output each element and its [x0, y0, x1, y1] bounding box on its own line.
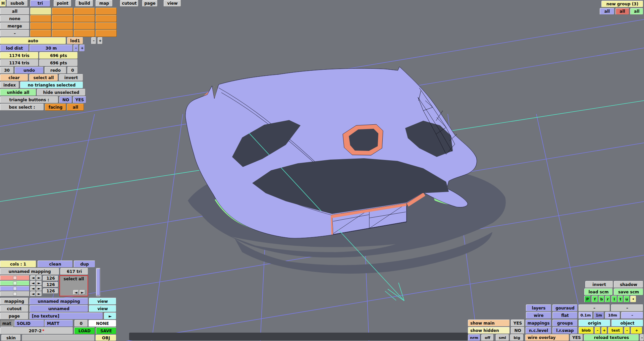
show-main-yes[interactable]: YES	[511, 320, 525, 327]
mat-matt-button[interactable]: MATT	[45, 320, 73, 327]
mapping-name-button[interactable]: unnamed mapping	[0, 268, 59, 275]
box-select-facing[interactable]: facing	[45, 104, 66, 111]
arrow-left-button[interactable]: ◄	[30, 281, 36, 286]
mapping-view-button[interactable]: view	[89, 298, 116, 305]
flat-button[interactable]: flat	[552, 312, 578, 319]
index-button[interactable]: index	[0, 81, 19, 89]
slider-red[interactable]	[0, 275, 30, 280]
row-none-button[interactable]: none	[0, 15, 30, 22]
value-green[interactable]: 126	[43, 282, 58, 287]
snap-dash-button[interactable]: –	[621, 312, 643, 319]
arrow-right-button[interactable]: ►	[36, 275, 42, 280]
mapping-value[interactable]: unnamed mapping	[30, 298, 88, 305]
invert-button[interactable]: invert	[59, 74, 83, 81]
skin-button[interactable]: skin	[1, 335, 21, 341]
auto-button[interactable]: auto	[0, 37, 66, 44]
arrow-right-button[interactable]: ►	[79, 290, 85, 295]
nrm-button[interactable]: nrm	[468, 334, 480, 341]
cutout-value[interactable]: unnamed	[30, 305, 88, 312]
value-blue[interactable]: 126	[43, 288, 58, 294]
grid-cell[interactable]	[74, 15, 95, 22]
flag-f-button[interactable]: f	[592, 296, 598, 302]
lod-dist-minus-button[interactable]: –	[73, 45, 78, 52]
object-button[interactable]: object	[611, 320, 643, 327]
undo-button[interactable]: undo	[15, 67, 44, 74]
grid-cell[interactable]	[30, 15, 51, 22]
groups-button[interactable]: groups	[552, 320, 578, 327]
menu-view[interactable]: view	[164, 0, 181, 7]
redo-button[interactable]: redo	[45, 67, 66, 74]
grid-cell[interactable]	[30, 30, 51, 37]
end-dash-button[interactable]: –	[640, 334, 644, 341]
wire-overlay-yes[interactable]: YES	[570, 334, 583, 341]
cutout-view-button[interactable]: view	[89, 305, 116, 312]
triangle-buttons-no[interactable]: NO	[59, 96, 72, 103]
slider-green[interactable]	[0, 281, 30, 286]
color-scrollbar-thumb[interactable]	[96, 269, 100, 295]
arrow-left-button[interactable]: ◄	[30, 286, 36, 291]
grid-cell[interactable]	[96, 30, 117, 37]
menu-cutout[interactable]: cutout	[120, 0, 139, 7]
new-group-button[interactable]: new group (3)	[601, 1, 643, 7]
flag-l-button[interactable]: l	[611, 296, 617, 302]
dash-button[interactable]: –	[579, 304, 610, 311]
arrow-left-button[interactable]: ◄	[30, 291, 36, 296]
flag-dot-button[interactable]: •	[630, 296, 636, 302]
nrm-big-button[interactable]: big	[510, 334, 524, 341]
grid-cell[interactable]	[96, 22, 117, 30]
color-select-all-box[interactable]: select all ◄ ►	[59, 275, 88, 296]
arrow-right-button[interactable]: ►	[36, 291, 42, 296]
triangle-buttons-yes[interactable]: YES	[73, 96, 86, 103]
arrow-left-button[interactable]: ◄	[73, 290, 79, 295]
flag-r-button[interactable]: r	[605, 296, 610, 302]
mat-none-button[interactable]: NONE	[89, 320, 116, 327]
color-scrollbar[interactable]	[96, 268, 100, 296]
grid-cell[interactable]	[74, 8, 95, 15]
bottom-scrollbar[interactable]	[129, 333, 468, 340]
load-button[interactable]: LOAD	[74, 327, 95, 334]
load-scm-button[interactable]: load scm	[584, 288, 613, 295]
row-merge-button[interactable]: merge	[0, 22, 30, 30]
nrm-sml-button[interactable]: sml	[496, 334, 509, 341]
menu-subob[interactable]: subob	[7, 0, 28, 7]
clean-button[interactable]: clean	[38, 261, 73, 268]
grid-cell[interactable]	[74, 30, 95, 37]
menu-point[interactable]: point	[54, 0, 71, 7]
show-main-button[interactable]: show main	[468, 320, 510, 327]
mappings-button[interactable]: mappings	[526, 320, 551, 327]
menu-build[interactable]: build	[75, 0, 93, 7]
text-minus-button[interactable]: –	[624, 327, 630, 334]
menu-h[interactable]: H	[0, 0, 6, 7]
text-button[interactable]: text	[608, 327, 623, 334]
lod-plus-button[interactable]: +	[98, 37, 103, 44]
page-next-icon[interactable]: ►	[104, 312, 116, 320]
text-plus-button[interactable]: +	[631, 327, 642, 334]
blob-minus-button[interactable]: –	[595, 327, 600, 334]
nrm-off-button[interactable]: off	[481, 334, 494, 341]
grid-cell[interactable]	[52, 15, 73, 22]
grid-cell[interactable]	[52, 8, 73, 15]
grid-cell[interactable]	[74, 22, 95, 30]
slider-blue[interactable]	[0, 286, 30, 291]
gouraud-button[interactable]: gouraud	[552, 304, 578, 311]
nc-level-button[interactable]: n.c.level	[526, 327, 551, 334]
page-value[interactable]: [no texture]	[30, 312, 103, 320]
snap-01m-button[interactable]: 0.1m	[579, 312, 593, 319]
blob-button[interactable]: blob	[579, 327, 594, 334]
skin-bar[interactable]	[22, 335, 95, 341]
save-button[interactable]: SAVE	[96, 327, 116, 334]
grid-cell-tri-all[interactable]	[30, 8, 51, 15]
show-hidden-no[interactable]: NO	[511, 327, 525, 334]
grid-cell[interactable]	[52, 22, 73, 30]
slider-gray[interactable]	[0, 291, 30, 296]
unhide-all-button[interactable]: unhide all	[0, 89, 36, 96]
grid-cell[interactable]	[96, 15, 117, 22]
lod1-button[interactable]: lod1	[67, 37, 83, 44]
flag-u-button[interactable]: u	[624, 296, 630, 302]
arrow-right-button[interactable]: ►	[36, 286, 42, 291]
group-all-purple[interactable]: all	[600, 8, 614, 15]
show-hidden-button[interactable]: show hidden	[468, 327, 510, 334]
invert-shadow-invert[interactable]: invert	[585, 281, 613, 288]
row-dash-button[interactable]: –	[0, 30, 30, 37]
wire-button[interactable]: wire	[526, 312, 551, 319]
